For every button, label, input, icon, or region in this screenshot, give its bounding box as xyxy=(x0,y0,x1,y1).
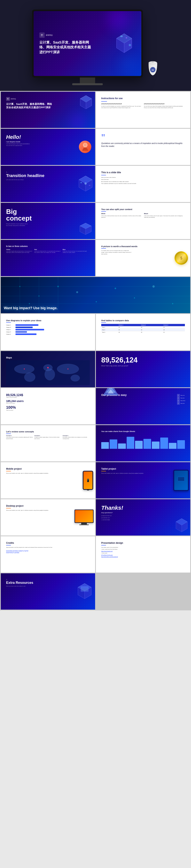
slide-21: Tablet project Show and explain your web… xyxy=(96,462,190,498)
cup-decoration: 家财 xyxy=(147,61,159,78)
s9-col3: Blue is the color of the sky and sea. It… xyxy=(63,249,90,253)
slide-13: And tables to compare data Column 1 Colu… xyxy=(96,314,190,350)
slide-24: Credits Special thanks to all the people… xyxy=(1,536,95,572)
s21-sub: Show and explain your web, app or softwa… xyxy=(6,509,52,511)
svg-rect-32 xyxy=(89,185,90,186)
svg-point-59 xyxy=(47,367,49,368)
svg-point-49 xyxy=(115,288,116,289)
s25-num: 2. xyxy=(6,579,90,581)
svg-point-25 xyxy=(84,143,87,146)
s22-web: yourwebsite.com xyxy=(101,517,185,519)
s8-title: You can also split your content xyxy=(101,208,185,211)
s16-stat3: 100% Total success! xyxy=(6,405,90,411)
map-visual xyxy=(6,360,90,385)
slide-7: Big concept Bring the attention of your … xyxy=(1,203,95,239)
s5-3d-icon xyxy=(77,175,94,192)
svg-point-52 xyxy=(172,303,173,304)
s9-col1: Yellow is the color of gold, butter and … xyxy=(6,249,33,253)
s7-title1: Big xyxy=(6,208,90,215)
data-table: Column 1 Column 2 Column 3 Row 1 20 30 1… xyxy=(101,324,185,334)
s23-title: Credits xyxy=(6,541,90,544)
hero-logo-icon xyxy=(39,32,45,38)
s10-text: A complex idea can be conveyed with just… xyxy=(101,250,132,255)
svg-point-56 xyxy=(45,369,55,380)
slide-6: This is a slide title Here you have a li… xyxy=(96,166,190,202)
svg-point-47 xyxy=(76,291,78,293)
s23-text: Special thanks to all the people who mad… xyxy=(6,547,90,549)
monitor: 家财商盒 云计算、SaaS开发、服务器和网络、网络安全或其他技术相关主题进行PP… xyxy=(32,9,143,85)
s20-title: Tablet project xyxy=(101,467,185,470)
slide-26: 2. Extra Resources Here you have more fr… xyxy=(1,573,95,610)
slide-15: 89,526,124 Whoa! That's a big number, ar… xyxy=(96,351,190,387)
svg-rect-16 xyxy=(7,98,8,99)
svg-rect-19 xyxy=(8,99,9,100)
s6-title: This is a slide title xyxy=(101,171,185,174)
slide-12: Use diagrams to explain your ideas Categ… xyxy=(1,314,95,350)
hero-section: 家财商盒 云计算、SaaS开发、服务器和网络、网络安全或其他技术相关主题进行PP… xyxy=(0,0,191,91)
s24-title: Presentation design xyxy=(101,541,185,544)
svg-rect-17 xyxy=(8,98,9,99)
slide-3: Hello! I am Stephen Smith I am here beca… xyxy=(1,129,95,165)
hero-main-title: 云计算、SaaS开发、服务器和网络、网络安全或其他技术相关主题进行PPT演讲 xyxy=(39,40,93,55)
slide-10: A picture is worth a thousand words A co… xyxy=(96,240,190,276)
s12-title: Use diagrams to explain your ideas xyxy=(6,319,90,321)
s23-link1[interactable]: Presentation template by Slidesgo (Freep… xyxy=(6,550,90,551)
svg-point-58 xyxy=(71,375,80,381)
svg-point-45 xyxy=(57,286,59,287)
slide-20: Mobile project Show and explain your web… xyxy=(1,462,95,498)
coin-visual: $ xyxy=(174,251,188,265)
svg-rect-15 xyxy=(152,61,154,62)
hero-logo-text: 家财商盒 xyxy=(46,34,53,36)
svg-point-10 xyxy=(129,44,131,46)
s20-sub: Show and explain your web, app or softwa… xyxy=(101,472,147,474)
slide-22: Desktop project Show and explain your we… xyxy=(1,499,95,535)
s1-main-title: 云计算、SaaS开发、服务器和网络、网络安全全或其他技术相关主题进行PPT演讲 xyxy=(6,102,52,109)
s24-content: Free slides used in this presentation: •… xyxy=(101,547,185,558)
s9-title: In two or three columns xyxy=(6,245,90,247)
hero-3d-shape xyxy=(113,32,136,55)
s23-link2[interactable]: Photographs by Unsplash xyxy=(6,552,90,553)
svg-rect-80 xyxy=(81,588,88,591)
s10-title: A picture is worth a thousand words xyxy=(101,245,185,248)
slide-4: " Quotations are commonly printed as a m… xyxy=(96,129,190,165)
slide-11: Want big impact? Use big image. xyxy=(1,277,190,313)
s13-title: And tables to compare data xyxy=(101,319,185,321)
slide-19: You can make charts from Google Sheets xyxy=(96,425,190,461)
avatar-icon xyxy=(82,142,89,152)
tablet-screen-icon xyxy=(177,476,185,484)
svg-point-60 xyxy=(24,368,25,370)
s16-stat1: 89,526,124$ That's a lot of money xyxy=(6,394,90,398)
svg-point-54 xyxy=(24,373,35,382)
slide-18: Let's review some concepts Concept 1 Lor… xyxy=(1,425,95,461)
s2-col2: 文字文字文字文字文字文字文字文字文字 You can find more abo… xyxy=(144,103,185,108)
pyramid-icon xyxy=(101,388,120,397)
desktop-mockup xyxy=(74,501,94,534)
slide-17: Our process is easy 1 Step one 2 Step tw… xyxy=(96,388,190,424)
svg-rect-0 xyxy=(41,34,42,35)
s19-sub: Show and explain your web, app or softwa… xyxy=(6,472,56,474)
svg-point-46 xyxy=(29,303,30,304)
slide-25: Presentation design Free slides used in … xyxy=(96,536,190,572)
mobile-mockup: 📱 xyxy=(83,464,93,497)
slide-5: 1. Transition headline Let's start with … xyxy=(1,166,95,202)
svg-point-30 xyxy=(85,182,87,185)
s25-3d-icon xyxy=(75,583,94,600)
s15-number: 89,526,124 xyxy=(101,356,185,364)
review-cols: Concept 1 Lorem ipsum dolor sit amet, co… xyxy=(6,435,90,439)
s7-title2: concept xyxy=(6,215,90,221)
svg-point-51 xyxy=(152,285,155,288)
s19-title: Mobile project xyxy=(6,467,90,470)
svg-point-50 xyxy=(134,297,135,299)
s7-sub: Bring the attention of your audience ove… xyxy=(6,223,29,226)
s22-question: Any questions? xyxy=(101,512,185,514)
s19-chart-label: You can make charts from Google Sheets xyxy=(101,431,185,432)
quote-mark-icon: " xyxy=(101,134,185,141)
s22-phone: +1 234 567 8900 xyxy=(101,519,185,521)
s22-thanks: Thanks! xyxy=(101,504,185,511)
s5-num: 1. xyxy=(6,171,90,173)
svg-text:家财: 家财 xyxy=(152,69,154,71)
s2-title: Instructions for use xyxy=(101,97,185,100)
s1-logo-icon xyxy=(6,97,10,101)
s3-contact: You can find me at @username xyxy=(6,145,90,146)
slide-14: Maps xyxy=(1,351,95,387)
